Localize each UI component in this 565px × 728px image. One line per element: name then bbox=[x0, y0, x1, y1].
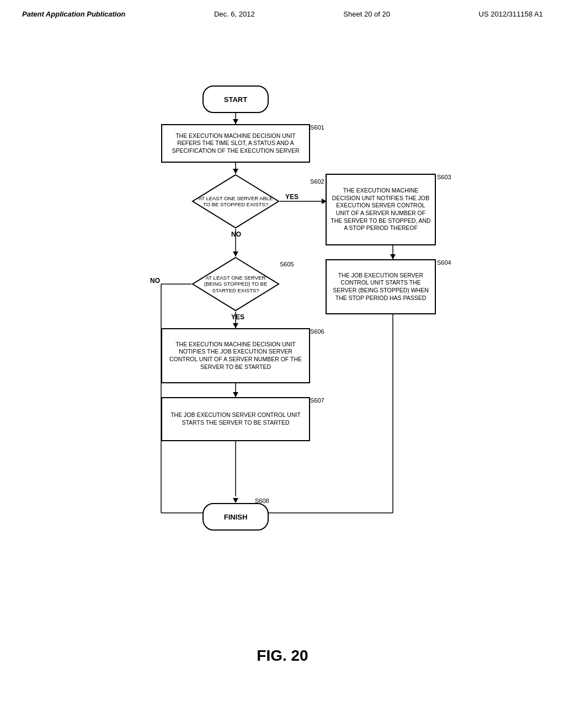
svg-marker-17 bbox=[233, 392, 238, 397]
s604-process: THE JOB EXECUTION SERVER CONTROL UNIT ST… bbox=[326, 259, 436, 314]
s606-label: S606 bbox=[310, 328, 324, 335]
s602-yes-label: YES bbox=[285, 193, 299, 201]
header-right: US 2012/311158 A1 bbox=[479, 10, 543, 18]
s605-label: S605 bbox=[280, 261, 294, 267]
svg-marker-25 bbox=[193, 258, 279, 311]
svg-marker-3 bbox=[233, 169, 238, 174]
svg-marker-15 bbox=[233, 323, 238, 328]
s603-process: THE EXECUTION MACHINE DECISION UNIT NOTI… bbox=[326, 174, 436, 245]
s602-diamond: AT LEAST ONE SERVER ABLE TO BE STOPPED E… bbox=[191, 174, 280, 229]
s602-label: S602 bbox=[310, 178, 324, 185]
s605-no-label: NO bbox=[150, 277, 160, 285]
start-node: START bbox=[202, 85, 269, 113]
s607-process: THE JOB EXECUTION SERVER CONTROL UNIT ST… bbox=[161, 397, 310, 441]
header-sheet: Sheet 20 of 20 bbox=[343, 10, 390, 18]
s602-no-label: NO bbox=[231, 231, 241, 238]
s603-label: S603 bbox=[437, 174, 451, 180]
svg-marker-7 bbox=[390, 254, 396, 259]
s605-diamond: AT LEAST ONE SERVER (BEING STOPPED) TO B… bbox=[191, 256, 280, 312]
svg-marker-23 bbox=[233, 498, 238, 503]
header-left: Patent Application Publication bbox=[22, 10, 125, 18]
svg-marker-1 bbox=[233, 119, 238, 124]
flowchart: START S601 THE EXECUTION MACHINE DECISIO… bbox=[95, 77, 470, 585]
header-center: Dec. 6, 2012 bbox=[214, 10, 255, 18]
s605-yes-label: YES bbox=[231, 313, 244, 321]
figure-caption: FIG. 20 bbox=[0, 647, 565, 665]
svg-marker-24 bbox=[193, 175, 279, 228]
s601-process: THE EXECUTION MACHINE DECISION UNIT REFE… bbox=[161, 124, 310, 163]
finish-node: FINISH bbox=[202, 503, 269, 531]
s604-label: S604 bbox=[437, 259, 451, 266]
svg-marker-9 bbox=[233, 251, 238, 256]
s601-label-right: S601 bbox=[310, 124, 324, 131]
s607-label: S607 bbox=[310, 397, 324, 404]
s606-process: THE EXECUTION MACHINE DECISION UNIT NOTI… bbox=[161, 328, 310, 383]
